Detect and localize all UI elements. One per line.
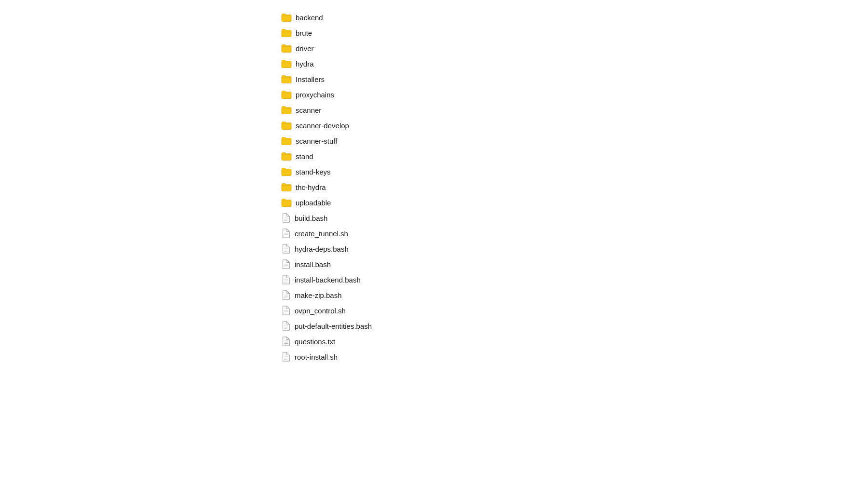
list-item-stand-keys[interactable]: stand-keys xyxy=(277,164,868,179)
list-item-install.bash[interactable]: install.bash xyxy=(277,256,868,272)
file-icon xyxy=(281,213,291,223)
item-name: install-backend.bash xyxy=(295,276,361,284)
item-name: install.bash xyxy=(295,260,331,269)
item-name: make-zip.bash xyxy=(295,291,342,299)
item-name: create_tunnel.sh xyxy=(295,229,348,238)
item-name: uploadable xyxy=(296,199,331,207)
file-icon xyxy=(281,275,291,284)
file-icon xyxy=(281,229,291,238)
list-item-ovpn_control.sh[interactable]: ovpn_control.sh xyxy=(277,303,868,318)
folder-icon xyxy=(281,13,292,22)
file-icon xyxy=(281,306,291,315)
item-name: root-install.sh xyxy=(295,353,338,361)
list-item-create_tunnel.sh[interactable]: create_tunnel.sh xyxy=(277,226,868,241)
list-item-uploadable[interactable]: uploadable xyxy=(277,195,868,210)
list-item-hydra[interactable]: hydra xyxy=(277,56,868,71)
folder-icon xyxy=(281,75,292,83)
item-name: hydra-deps.bash xyxy=(295,245,349,253)
file-icon xyxy=(281,290,291,300)
list-item-questions.txt[interactable]: questions.txt xyxy=(277,334,868,349)
item-name: backend xyxy=(296,13,323,22)
folder-icon xyxy=(281,59,292,68)
item-name: brute xyxy=(296,29,312,37)
folder-icon xyxy=(281,106,292,114)
list-item-hydra-deps.bash[interactable]: hydra-deps.bash xyxy=(277,241,868,256)
file-icon xyxy=(281,321,291,331)
item-name: proxychains xyxy=(296,91,334,99)
list-item-thc-hydra[interactable]: thc-hydra xyxy=(277,179,868,195)
folder-icon xyxy=(281,198,292,207)
item-name: scanner-develop xyxy=(296,121,349,130)
folder-icon xyxy=(281,90,292,99)
folder-icon xyxy=(281,167,292,176)
list-item-put-default-entities.bash[interactable]: put-default-entities.bash xyxy=(277,318,868,334)
list-item-scanner-develop[interactable]: scanner-develop xyxy=(277,118,868,133)
txt-file-icon xyxy=(281,337,291,346)
folder-icon xyxy=(281,44,292,53)
file-list: backend brute driver hydra Installers pr… xyxy=(0,0,868,374)
list-item-build.bash[interactable]: build.bash xyxy=(277,210,868,226)
item-name: scanner xyxy=(296,106,321,114)
file-icon xyxy=(281,259,291,269)
folder-icon xyxy=(281,152,292,161)
item-name: Installers xyxy=(296,75,325,83)
list-item-stand[interactable]: stand xyxy=(277,148,868,164)
list-item-make-zip.bash[interactable]: make-zip.bash xyxy=(277,287,868,303)
folder-icon xyxy=(281,121,292,130)
list-item-scanner-stuff[interactable]: scanner-stuff xyxy=(277,133,868,148)
item-name: driver xyxy=(296,44,314,53)
list-item-install-backend.bash[interactable]: install-backend.bash xyxy=(277,272,868,287)
folder-icon xyxy=(281,136,292,145)
item-name: questions.txt xyxy=(295,337,335,346)
item-name: put-default-entities.bash xyxy=(295,322,372,330)
file-icon xyxy=(281,352,291,362)
item-name: hydra xyxy=(296,60,314,68)
folder-icon xyxy=(281,28,292,37)
item-name: build.bash xyxy=(295,214,327,222)
list-item-brute[interactable]: brute xyxy=(277,25,868,40)
item-name: stand xyxy=(296,152,313,161)
list-item-proxychains[interactable]: proxychains xyxy=(277,87,868,102)
item-name: ovpn_control.sh xyxy=(295,307,346,315)
item-name: thc-hydra xyxy=(296,183,326,191)
list-item-Installers[interactable]: Installers xyxy=(277,71,868,87)
list-item-scanner[interactable]: scanner xyxy=(277,102,868,118)
list-item-root-install.sh[interactable]: root-install.sh xyxy=(277,349,868,364)
item-name: scanner-stuff xyxy=(296,137,337,145)
file-icon xyxy=(281,244,291,254)
list-item-driver[interactable]: driver xyxy=(277,40,868,56)
folder-icon xyxy=(281,183,292,191)
list-item-backend[interactable]: backend xyxy=(277,10,868,25)
item-name: stand-keys xyxy=(296,168,331,176)
